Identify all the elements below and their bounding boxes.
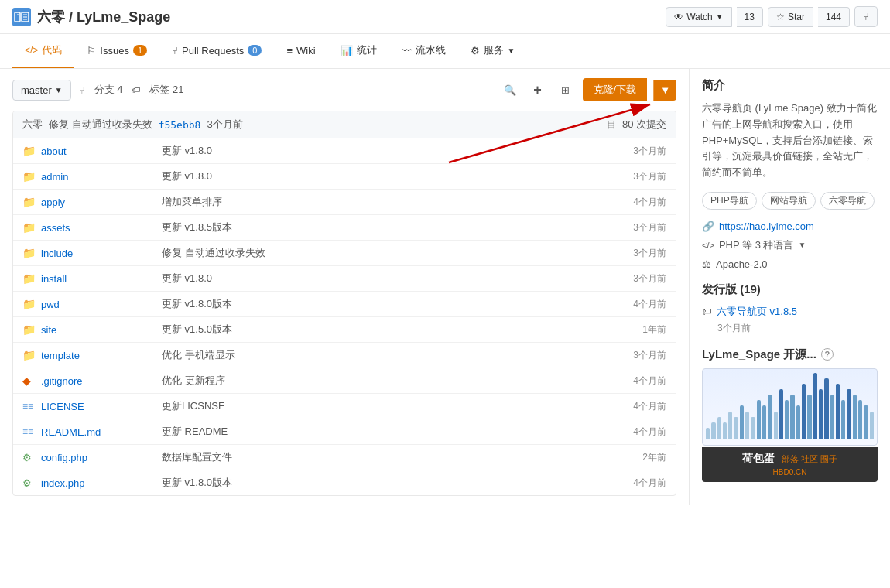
- clone-dropdown-button[interactable]: ▼: [653, 80, 676, 101]
- watch-button[interactable]: 👁 Watch ▼: [666, 7, 731, 27]
- file-table: 六零 修复 自动通过收录失效 f55ebb8 3个月前 目 80 次提交 📁 a…: [12, 111, 676, 496]
- file-row: 📁 pwd 更新 v1.8.0版本 4个月前: [13, 292, 676, 317]
- commit-hash[interactable]: f55ebb8: [159, 119, 201, 131]
- issues-tab-label: Issues: [100, 45, 129, 56]
- release-item: 🏷 六零导航页 v1.8.5: [702, 305, 878, 319]
- file-time: 4个月前: [604, 298, 666, 311]
- chart-bar: [864, 405, 868, 439]
- sidebar-tags: PHP导航 网站导航 六零导航: [702, 192, 878, 210]
- tab-wiki[interactable]: ≡ Wiki: [274, 36, 327, 67]
- tag-lylme[interactable]: 六零导航: [820, 192, 875, 210]
- file-row: ⚙ config.php 数据库配置文件 2年前: [13, 445, 676, 470]
- clone-button[interactable]: 克隆/下载: [583, 78, 648, 101]
- file-name[interactable]: install: [38, 273, 162, 285]
- tag-php[interactable]: PHP导航: [702, 192, 757, 210]
- star-count[interactable]: 144: [818, 7, 850, 27]
- open-source-title: LyLme_Spage 开源... ?: [702, 347, 878, 362]
- watermark-main: 荷包蛋: [742, 452, 775, 464]
- stats-tab-icon: 📊: [341, 45, 353, 56]
- file-name[interactable]: README.md: [38, 426, 162, 438]
- file-name[interactable]: template: [38, 350, 162, 361]
- fork-button[interactable]: ⑂: [854, 6, 878, 27]
- chart-bar: [728, 412, 732, 439]
- file-name[interactable]: admin: [38, 171, 162, 183]
- eye-icon: 👁: [674, 12, 683, 22]
- language-dropdown[interactable]: ▼: [798, 241, 806, 249]
- code-icon: </>: [702, 241, 714, 250]
- releases-title: 发行版 (19): [702, 282, 878, 297]
- grid-icon[interactable]: ⊞: [555, 79, 577, 101]
- file-name[interactable]: assets: [38, 222, 162, 234]
- tab-code[interactable]: </> 代码: [12, 34, 74, 68]
- watermark-sub: 部落 社区 圈子: [782, 454, 837, 463]
- chart-bar: [779, 389, 783, 439]
- help-icon[interactable]: ?: [821, 348, 834, 361]
- index-icon: ⚙: [22, 477, 38, 489]
- file-commit: 修复 自动通过收录失效: [162, 246, 604, 260]
- chart-bar: [785, 400, 789, 439]
- file-name[interactable]: about: [38, 145, 162, 157]
- nav-tabs: </> 代码 ⚐ Issues 1 ⑂ Pull Requests 0 ≡ Wi…: [0, 34, 890, 69]
- sidebar-description: 六零导航页 (LyLme Spage) 致力于简化广告的上网导航和搜索入口，使用…: [702, 101, 878, 181]
- file-name[interactable]: include: [38, 248, 162, 259]
- file-time: 2年前: [604, 451, 666, 464]
- chart-bar: [858, 400, 862, 439]
- chart-area: [702, 368, 878, 446]
- chart-bar: [762, 405, 766, 439]
- watch-count[interactable]: 13: [737, 7, 763, 27]
- file-time: 4个月前: [604, 374, 666, 388]
- stats-tab-label: 统计: [357, 43, 377, 57]
- folder-icon: 📁: [22, 170, 38, 183]
- file-name[interactable]: LICENSE: [38, 401, 162, 412]
- file-name[interactable]: apply: [38, 197, 162, 208]
- open-source-label: LyLme_Spage 开源...: [702, 347, 816, 362]
- file-row: ⚙ index.php 更新 v1.8.0版本 4个月前: [13, 470, 676, 495]
- tab-services[interactable]: ⚙ 服务 ▼: [458, 34, 528, 68]
- release-name[interactable]: 六零导航页 v1.8.5: [717, 305, 797, 319]
- tab-pull-requests[interactable]: ⑂ Pull Requests 0: [159, 36, 274, 67]
- releases-section: 发行版 (19) 🏷 六零导航页 v1.8.5 3个月前: [702, 282, 878, 335]
- watermark: 荷包蛋 部落 社区 圈子 -HBD0.CN-: [702, 447, 878, 482]
- license-text: Apache-2.0: [716, 258, 768, 270]
- add-icon[interactable]: +: [527, 79, 549, 101]
- tab-pipeline[interactable]: 〰 流水线: [389, 34, 458, 68]
- services-dropdown-icon: ▼: [508, 46, 515, 55]
- search-icon[interactable]: 🔍: [499, 79, 521, 101]
- tab-issues[interactable]: ⚐ Issues 1: [74, 36, 159, 67]
- star-icon: ☆: [776, 12, 785, 22]
- sidebar-website-link[interactable]: 🔗 https://hao.lylme.com: [702, 220, 878, 232]
- file-commit: 更新 v1.5.0版本: [162, 323, 604, 337]
- header-time: 3个月前: [207, 118, 242, 132]
- file-name[interactable]: .gitignore: [38, 375, 162, 387]
- branch-selector-label: master: [21, 84, 52, 96]
- chart-bar: [796, 405, 800, 439]
- file-time: 3个月前: [604, 247, 666, 260]
- header-user: 六零: [22, 118, 43, 132]
- branch-selector[interactable]: master ▼: [12, 80, 71, 101]
- folder-icon: 📁: [22, 145, 38, 157]
- chart-bar: [853, 395, 857, 439]
- tab-stats[interactable]: 📊 统计: [328, 34, 389, 68]
- content-area: master ▼ ⑂ 分支 4 🏷 标签 21 🔍 + ⊞ 克隆/下载 ▼: [0, 69, 689, 505]
- star-button[interactable]: ☆ Star: [768, 7, 813, 27]
- chart-bar: [717, 417, 721, 439]
- scale-icon: ⚖: [702, 258, 711, 270]
- file-name[interactable]: site: [38, 324, 162, 336]
- license-icon: ≡≡: [22, 401, 38, 412]
- file-name[interactable]: index.php: [38, 477, 162, 489]
- wiki-tab-icon: ≡: [286, 45, 293, 56]
- tag-icon: 🏷: [132, 85, 140, 94]
- file-time: 4个月前: [604, 400, 666, 413]
- chart-bar: [847, 389, 851, 439]
- file-commit: 数据库配置文件: [162, 450, 604, 464]
- svg-rect-0: [15, 12, 20, 22]
- sidebar-license: ⚖ Apache-2.0: [702, 258, 878, 270]
- branch-dropdown-icon: ▼: [55, 86, 63, 94]
- file-name[interactable]: config.php: [38, 452, 162, 463]
- file-name[interactable]: pwd: [38, 299, 162, 310]
- chart-bar: [841, 400, 845, 439]
- chart-bar: [723, 422, 727, 439]
- chart-bar: [768, 395, 772, 439]
- tag-website[interactable]: 网站导航: [762, 192, 816, 210]
- chart-bar: [757, 400, 761, 439]
